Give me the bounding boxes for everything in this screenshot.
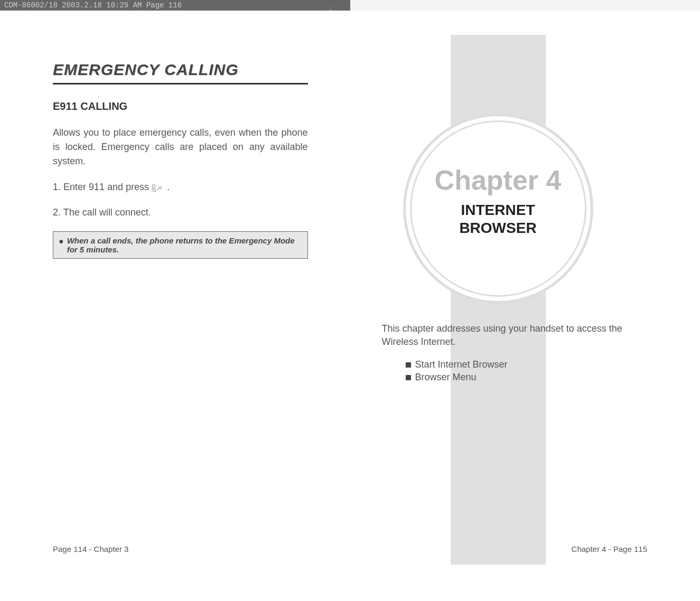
- toc-item: Browser Menu: [406, 372, 508, 383]
- left-page: EMERGENCY CALLING E911 CALLING Allows yo…: [0, 11, 350, 601]
- left-page-footer: Page 114 - Chapter 3: [53, 544, 128, 553]
- right-page: Chapter 4 INTERNET BROWSER This chapter …: [350, 11, 701, 601]
- note-box: ● When a call ends, the phone returns to…: [53, 231, 308, 259]
- chapter-circle: Chapter 4 INTERNET BROWSER: [403, 114, 593, 304]
- print-header-text: CDM-86002/18 2003.2.18 10:29 AM Page 116: [4, 1, 182, 10]
- note-text: When a call ends, the phone returns to t…: [67, 236, 302, 254]
- step-2: 2. The call will connect.: [53, 207, 308, 218]
- step-1: 1. Enter 911 and press .: [53, 182, 308, 194]
- toc-item-label: Start Internet Browser: [415, 359, 508, 370]
- toc-item-label: Browser Menu: [415, 372, 477, 383]
- chapter-description: This chapter addresses using your handse…: [382, 322, 658, 349]
- chapter-circle-inner: [410, 120, 586, 297]
- toc-item: Start Internet Browser: [406, 359, 508, 370]
- square-bullet-icon: [406, 375, 411, 380]
- page-spread: EMERGENCY CALLING E911 CALLING Allows yo…: [0, 0, 700, 601]
- square-bullet-icon: [406, 362, 411, 368]
- print-header: CDM-86002/18 2003.2.18 10:29 AM Page 116: [0, 0, 350, 11]
- bullet-icon: ●: [59, 237, 64, 246]
- heading-underline: [53, 83, 308, 84]
- right-page-footer: Chapter 4 - Page 115: [572, 544, 647, 553]
- intro-paragraph: Allows you to place emergency calls, eve…: [53, 126, 308, 168]
- section-title: E911 CALLING: [53, 100, 308, 112]
- phone-send-icon: [152, 182, 164, 194]
- step-1-suffix: .: [167, 182, 170, 192]
- step-1-prefix: 1. Enter 911 and press: [53, 182, 152, 192]
- chapter-toc: Start Internet Browser Browser Menu: [406, 359, 508, 384]
- chapter-heading: EMERGENCY CALLING: [53, 61, 308, 79]
